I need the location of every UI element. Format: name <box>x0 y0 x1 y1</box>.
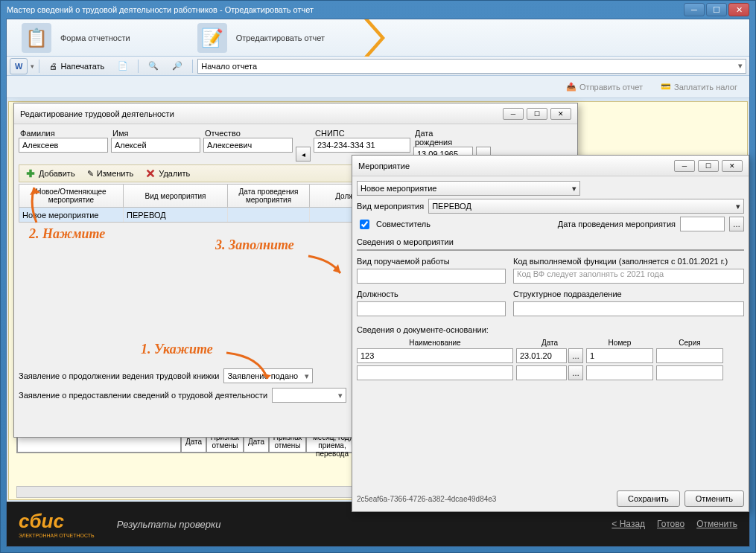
pay-icon: 💳 <box>661 82 671 92</box>
doc-col-number: Номер <box>586 337 653 348</box>
doc-name-input-2[interactable] <box>357 365 513 380</box>
cancel-button[interactable]: Отменить <box>696 519 737 529</box>
main-toolbar: W ▾ 🖨 Напечатать 📄 🔍 🔎 Начало отчета <box>7 57 749 76</box>
plus-icon <box>25 168 36 179</box>
annotation-arrow-3 <box>305 252 349 282</box>
event-date-input[interactable] <box>680 217 725 231</box>
doc-col-series: Серия <box>656 337 723 348</box>
patronymic-input[interactable]: Алексеевич <box>203 138 293 153</box>
name-label: Имя <box>111 129 200 138</box>
position-input[interactable] <box>357 301 506 316</box>
surname-label: Фамилия <box>19 129 108 138</box>
window-title: Мастер сведений о трудовой деятельности … <box>7 5 314 14</box>
sub-toolbar: 📤 Отправить отчет 💳 Заплатить налог <box>7 76 749 98</box>
edit-report-icon: 📝 <box>197 23 227 53</box>
func-code-label: Код выполняемой функции (заполняется с 0… <box>513 257 728 266</box>
grid-col-2[interactable]: Вид мероприятия <box>124 185 228 207</box>
window-title-bar: Мастер сведений о трудовой деятельности … <box>1 1 755 19</box>
save-button[interactable]: Сохранить <box>617 490 680 507</box>
event-modal-title: Мероприятие <box>358 162 410 170</box>
person-lookup-button[interactable]: ◂ <box>296 147 311 162</box>
delete-button[interactable]: Удалить <box>139 167 196 180</box>
event-date-label: Дата проведения мероприятия <box>558 220 676 228</box>
name-input[interactable]: Алексей <box>111 138 200 153</box>
pay-tax-button[interactable]: 💳 Заплатить налог <box>655 80 743 94</box>
combined-label: Совместитель <box>376 220 431 228</box>
birthdate-label: Дата рождения <box>413 129 473 147</box>
event-maximize-button[interactable]: ☐ <box>698 160 719 172</box>
statement2-label: Заявление о предоставлении сведений о тр… <box>19 391 267 400</box>
sbis-logo-subtitle: ЭЛЕКТРОННАЯ ОТЧЕТНОСТЬ <box>19 533 95 538</box>
doc-number-input-1[interactable]: 1 <box>586 348 653 363</box>
done-button[interactable]: Готово <box>657 519 684 529</box>
modal-minimize-button[interactable]: ─ <box>503 108 524 120</box>
combined-checkbox[interactable] <box>360 220 369 229</box>
toolbar-btn-1[interactable]: 📄 <box>112 58 133 74</box>
minimize-button[interactable]: ─ <box>684 3 705 16</box>
unit-input[interactable] <box>513 301 744 316</box>
doc-date-picker-1[interactable]: … <box>568 348 583 363</box>
work-type-input[interactable] <box>357 269 506 284</box>
send-report-button[interactable]: 📤 Отправить отчет <box>560 80 649 94</box>
event-cancel-button[interactable]: Отменить <box>684 490 744 507</box>
annotation-1: 1. Укажите <box>141 342 213 357</box>
back-button[interactable]: < Назад <box>612 519 645 529</box>
close-button[interactable]: ✕ <box>728 3 749 16</box>
modal-maximize-button[interactable]: ☐ <box>527 108 547 120</box>
print-button[interactable]: 🖨 Напечатать <box>44 58 109 74</box>
event-guid: 2c5eaf6a-7366-4726-a382-4dcae49d84e3 <box>357 495 496 503</box>
svg-rect-1 <box>27 172 35 175</box>
toolbar-btn-2[interactable]: 🔍 <box>143 58 164 74</box>
send-icon: 📤 <box>566 82 576 92</box>
wizard-step-2: Отредактировать отчет <box>236 33 325 42</box>
event-info-input[interactable] <box>357 249 744 251</box>
doc-date-input-1[interactable]: 23.01.20 <box>516 348 567 363</box>
section-combo[interactable]: Начало отчета <box>197 59 746 74</box>
event-type-combo[interactable]: ПЕРЕВОД <box>428 199 744 214</box>
pencil-icon: ✎ <box>87 169 94 179</box>
grid-col-3[interactable]: Дата проведения мероприятия <box>228 185 310 207</box>
modal-close-button[interactable]: ✕ <box>550 108 571 120</box>
word-icon[interactable]: W <box>10 58 28 74</box>
doc-number-input-2[interactable] <box>586 365 653 380</box>
annotation-2: 2. Нажмите <box>29 226 105 242</box>
doc-name-input-1[interactable]: 123 <box>357 348 513 363</box>
doc-series-input-2[interactable] <box>656 365 723 380</box>
annotation-arrow-2 <box>25 182 55 226</box>
toolbar-btn-3[interactable]: 🔎 <box>167 58 188 74</box>
annotation-arrow-1 <box>223 345 282 390</box>
doc-date-picker-2[interactable]: … <box>568 365 583 380</box>
event-date-picker-button[interactable]: … <box>729 217 744 231</box>
unit-label: Структурное подразделение <box>513 290 622 298</box>
event-type-label: Вид мероприятия <box>357 202 424 211</box>
doc-col-date: Дата <box>516 337 583 348</box>
footer-text: Результаты проверки <box>117 519 221 530</box>
doc-date-input-2[interactable] <box>516 365 567 380</box>
doc-col-name: Наименование <box>357 337 513 348</box>
event-modal: Мероприятие ─ ☐ ✕ Новое мероприятие Вид … <box>352 155 749 512</box>
wizard-step-1: Форма отчетности <box>60 33 130 42</box>
position-label: Должность <box>357 290 398 298</box>
doc-section-label: Сведения о документе-основании: <box>357 325 744 334</box>
annotation-3: 3. Заполните <box>215 237 294 253</box>
event-minimize-button[interactable]: ─ <box>674 160 695 172</box>
form-icon: 📋 <box>22 23 51 53</box>
edit-button[interactable]: ✎ Изменить <box>81 167 140 180</box>
doc-series-input-1[interactable] <box>656 348 723 363</box>
x-icon <box>145 168 156 179</box>
surname-input[interactable]: Алексеев <box>19 138 108 153</box>
wizard-arrow-icon <box>364 19 387 56</box>
event-close-button[interactable]: ✕ <box>722 160 743 172</box>
maximize-button[interactable]: ☐ <box>706 3 727 16</box>
sbis-logo: сбис <box>19 510 64 532</box>
printer-icon: 🖨 <box>49 62 57 71</box>
statement1-label: Заявление о продолжении ведения трудовой… <box>19 371 219 380</box>
statement2-combo[interactable] <box>272 388 346 403</box>
new-event-combo[interactable]: Новое мероприятие <box>357 181 580 196</box>
add-button[interactable]: Добавить <box>19 167 81 180</box>
wizard-header: 📋 Форма отчетности 📝 Отредактировать отч… <box>7 19 749 57</box>
snils-input[interactable]: 234-234-334 31 <box>314 138 410 153</box>
snils-label: СНИПС <box>314 129 410 138</box>
work-type-label: Вид поручаемой работы <box>357 257 450 266</box>
func-code-input[interactable]: Код ВФ следует заполнять с 2021 года <box>513 269 744 284</box>
